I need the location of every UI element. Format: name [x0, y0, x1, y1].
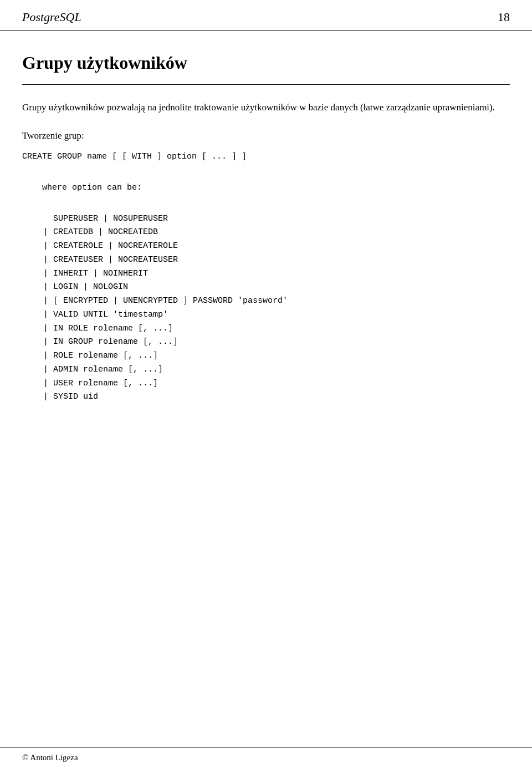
code-options-block: SUPERUSER | NOSUPERUSER | CREATEDB | NOC… — [22, 212, 510, 405]
main-content: Grupy użytkowników Grupy użytkowników po… — [0, 30, 532, 438]
subsection-title: Tworzenie grup: — [22, 130, 510, 141]
intro-paragraph: Grupy użytkowników pozwalają na jednolit… — [22, 100, 510, 115]
section-title: Grupy użytkowników — [22, 53, 510, 73]
page-header: PostgreSQL 18 — [0, 0, 532, 30]
code-create-group: CREATE GROUP name [ [ WITH ] option [ ..… — [22, 150, 510, 164]
header-page-number: 18 — [498, 10, 510, 24]
page-footer: © Antoni Ligeza — [0, 747, 532, 768]
section-divider — [22, 84, 510, 85]
code-where-clause: where option can be: — [22, 168, 510, 208]
footer-text: © Antoni Ligeza — [22, 753, 78, 762]
header-title: PostgreSQL — [22, 10, 81, 24]
